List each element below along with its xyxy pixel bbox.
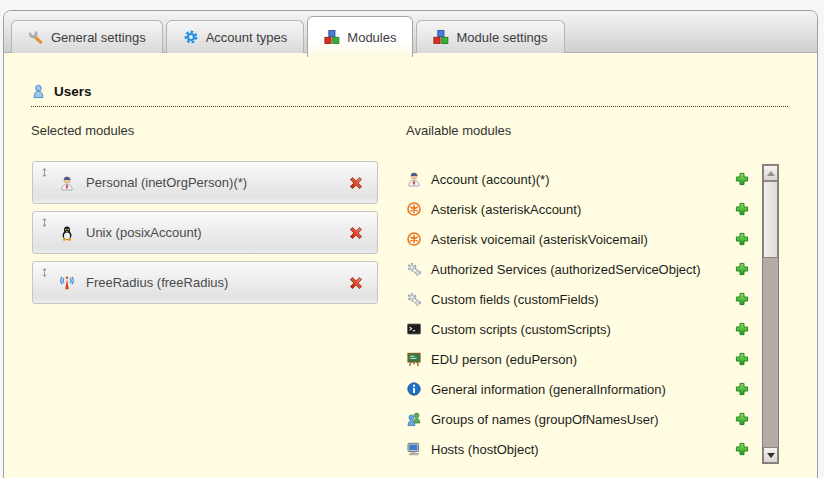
module-label: Custom scripts (customScripts) (431, 322, 611, 337)
add-icon[interactable] (734, 351, 750, 367)
section-title: Users (54, 84, 92, 99)
tab-label: Account types (206, 30, 288, 45)
person-icon (406, 171, 422, 187)
tab-bar: General settings Account types Modules M… (4, 11, 817, 53)
module-label: Personal (inetOrgPerson)(*) (86, 175, 247, 190)
available-module-row: Asterisk voicemail (asteriskVoicemail) (406, 224, 750, 254)
module-label: Account (account)(*) (431, 172, 550, 187)
available-module-row: Groups of names (groupOfNamesUser) (406, 404, 750, 434)
selected-modules-label: Selected modules (31, 123, 134, 138)
modules-panel: Users Selected modules Available modules… (4, 53, 817, 478)
scroll-down-button[interactable] (763, 447, 778, 463)
tab[interactable]: Account types (166, 20, 305, 53)
available-module-row: Asterisk (asteriskAccount) (406, 194, 750, 224)
module-label: Unix (posixAccount) (86, 225, 202, 240)
selected-module-row[interactable]: FreeRadius (freeRadius) (32, 261, 378, 304)
add-icon[interactable] (734, 291, 750, 307)
gears-icon (406, 291, 422, 307)
wrench-icon (28, 29, 44, 45)
add-icon[interactable] (734, 171, 750, 187)
selected-module-row[interactable]: Personal (inetOrgPerson)(*) (32, 161, 378, 204)
module-label: FreeRadius (freeRadius) (86, 275, 228, 290)
configuration-widget: General settings Account types Modules M… (3, 10, 818, 478)
group-icon (406, 411, 422, 427)
blocks-icon (324, 29, 340, 45)
add-icon[interactable] (734, 381, 750, 397)
module-label: Groups of names (groupOfNamesUser) (431, 412, 659, 427)
delete-icon[interactable] (348, 225, 364, 241)
add-icon[interactable] (734, 261, 750, 277)
move-icon[interactable] (39, 217, 50, 228)
delete-icon[interactable] (348, 275, 364, 291)
move-icon[interactable] (39, 267, 50, 278)
module-label: Custom fields (customFields) (431, 292, 599, 307)
terminal-icon (406, 321, 422, 337)
module-label: EDU person (eduPerson) (431, 352, 577, 367)
tab-label: General settings (51, 30, 146, 45)
available-modules-scrollbar[interactable] (762, 164, 779, 464)
add-icon[interactable] (734, 321, 750, 337)
gear-icon (183, 29, 199, 45)
blocks-icon (433, 29, 449, 45)
available-modules-list: Account (account)(*) Asterisk (asteriskA… (406, 164, 750, 464)
asterisk-icon (406, 231, 422, 247)
add-icon[interactable] (734, 411, 750, 427)
available-module-row: EDU person (eduPerson) (406, 344, 750, 374)
tux-icon (59, 225, 75, 241)
antenna-icon (59, 275, 75, 291)
person-icon (59, 175, 75, 191)
asterisk-icon (406, 201, 422, 217)
add-icon[interactable] (734, 201, 750, 217)
scroll-up-button[interactable] (763, 165, 778, 181)
scroll-up-icon (767, 171, 775, 176)
available-module-row: Authorized Services (authorizedServiceOb… (406, 254, 750, 284)
selected-modules-list: Personal (inetOrgPerson)(*) Unix (posixA… (32, 161, 378, 311)
module-label: Asterisk voicemail (asteriskVoicemail) (431, 232, 648, 247)
move-icon[interactable] (39, 167, 50, 178)
delete-icon[interactable] (348, 175, 364, 191)
scroll-down-icon (767, 453, 775, 458)
available-module-row: Hosts (hostObject) (406, 434, 750, 464)
tab[interactable]: General settings (11, 20, 163, 53)
available-module-row: General information (generalInformation) (406, 374, 750, 404)
tab[interactable]: Module settings (416, 20, 564, 53)
module-label: General information (generalInformation) (431, 382, 666, 397)
available-modules-label: Available modules (406, 123, 511, 138)
module-label: Asterisk (asteriskAccount) (431, 202, 581, 217)
selected-module-row[interactable]: Unix (posixAccount) (32, 211, 378, 254)
section-header-users: Users (31, 84, 788, 107)
available-module-row: Custom fields (customFields) (406, 284, 750, 314)
gears-icon (406, 261, 422, 277)
chalkboard-icon (406, 351, 422, 367)
scrollbar-thumb[interactable] (763, 181, 778, 258)
available-module-row: Account (account)(*) (406, 164, 750, 194)
available-module-row: Custom scripts (customScripts) (406, 314, 750, 344)
module-label: Hosts (hostObject) (431, 442, 539, 457)
tab[interactable]: Modules (307, 16, 413, 57)
info-icon (406, 381, 422, 397)
module-label: Authorized Services (authorizedServiceOb… (431, 262, 701, 277)
add-icon[interactable] (734, 231, 750, 247)
add-icon[interactable] (734, 441, 750, 457)
user-icon (31, 84, 46, 99)
tab-label: Module settings (456, 30, 547, 45)
computer-icon (406, 441, 422, 457)
tab-label: Modules (347, 30, 396, 45)
